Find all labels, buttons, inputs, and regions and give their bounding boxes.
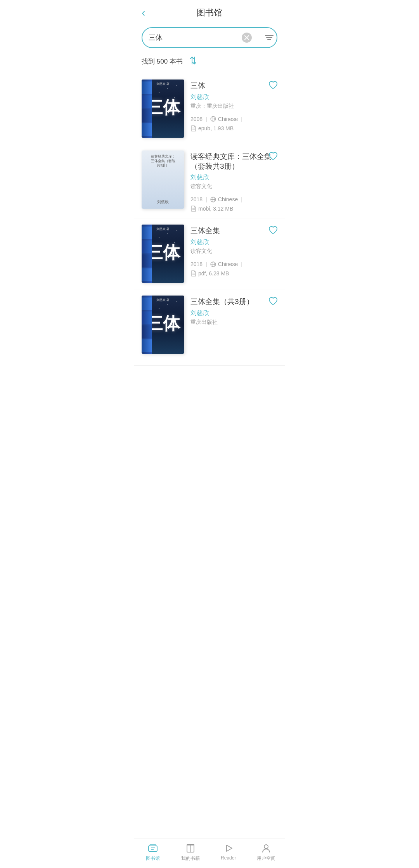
svg-rect-19 [149, 846, 157, 851]
nav-item-profile[interactable]: 用户空间 [253, 843, 280, 862]
file-svg [191, 206, 196, 212]
book-publisher: 重庆出版社 [190, 319, 277, 326]
favorite-button[interactable] [268, 225, 277, 237]
book-item[interactable]: 刘慈欣 著 三体 三体 刘慈欣 重庆 [134, 73, 285, 144]
meta-sep-1: | [206, 196, 207, 202]
book-year: 2018 [190, 261, 203, 267]
book-info: 三体 刘慈欣 重庆：重庆出版社 2008 | Ch [190, 80, 277, 131]
book-item[interactable]: 刘慈欣 著 三体 三体全集 刘慈欣 [134, 218, 285, 289]
file-svg [191, 125, 196, 131]
nav-item-reader[interactable]: Reader [215, 843, 242, 862]
book-title: 三体全集（共3册） [190, 297, 277, 307]
file-icon [190, 125, 197, 131]
heart-icon [268, 296, 277, 306]
cover-series-text: 读客经典文库：三体全集（套装共3册） [151, 154, 175, 168]
globe-svg [210, 197, 216, 202]
bottom-navigation: 图书馆 我的书籍 Reader 用户空间 [134, 839, 285, 868]
search-input-wrap [142, 28, 258, 47]
meta-sep-2: | [241, 116, 242, 122]
user-icon-svg [261, 843, 272, 854]
favorite-button[interactable] [268, 296, 277, 308]
search-box [142, 27, 277, 48]
book-author: 刘慈欣 [190, 238, 277, 246]
book-publisher: 读客文化 [190, 183, 277, 190]
book-title: 三体 [190, 81, 277, 91]
mybooks-nav-label: 我的书籍 [181, 855, 200, 862]
heart-icon [268, 151, 277, 161]
nav-item-library[interactable]: 图书馆 [139, 843, 166, 862]
book-meta: 2008 | Chinese | [190, 116, 277, 131]
book-author: 刘慈欣 [190, 173, 277, 182]
book-year: 2018 [190, 196, 203, 202]
book-format: mobi, 3.12 MB [190, 206, 233, 212]
book-title: 三体全集 [190, 226, 277, 236]
book-author: 刘慈欣 [190, 309, 277, 317]
book-meta: 2018 | Chinese | [190, 261, 277, 277]
cover-image: 刘慈欣 著 三体 [142, 296, 184, 354]
meta-sep-2: | [241, 196, 242, 202]
heart-icon [268, 80, 277, 90]
heart-icon [268, 225, 277, 235]
library-icon-svg [147, 843, 158, 854]
book-format: pdf, 6.28 MB [190, 270, 229, 277]
cover-author: 刘慈欣 著 [142, 82, 184, 86]
search-input[interactable] [149, 34, 239, 42]
mybooks-nav-icon [185, 843, 196, 854]
globe-svg [210, 261, 216, 267]
close-icon [244, 35, 249, 40]
meta-sep-1: | [206, 261, 207, 267]
favorite-button[interactable] [268, 151, 277, 163]
globe-icon [210, 196, 216, 202]
favorite-button[interactable] [268, 80, 277, 92]
book-title: 读客经典文库：三体全集（套装共3册） [190, 152, 277, 171]
cover-image: 读客经典文库：三体全集（套装共3册） 刘慈欣 [142, 150, 184, 209]
book-format: epub, 1.93 MB [190, 125, 234, 131]
book-item[interactable]: 读客经典文库：三体全集（套装共3册） 刘慈欣 读客经典文库：三体全集（套装共3册… [134, 144, 285, 218]
search-clear-button[interactable] [242, 33, 252, 43]
book-language: Chinese [210, 196, 238, 202]
sort-button[interactable] [187, 56, 197, 67]
cover-image: 刘慈欣 著 三体 [142, 80, 184, 138]
play-icon-svg [223, 843, 234, 854]
book-cover: 刘慈欣 著 三体 [142, 296, 184, 354]
book-list: 刘慈欣 著 三体 三体 刘慈欣 重庆 [134, 73, 285, 366]
cover-art: 刘慈欣 著 三体 [142, 225, 184, 283]
book-author: 刘慈欣 [190, 93, 277, 101]
back-button[interactable]: ‹ [142, 7, 145, 19]
book-publisher: 读客文化 [190, 248, 277, 255]
filter-icon [265, 35, 274, 40]
reader-nav-label: Reader [221, 855, 236, 861]
globe-icon [210, 261, 216, 267]
book-item[interactable]: 刘慈欣 著 三体 三体全集（共3册） 刘慈欣 [134, 289, 285, 366]
book-language: Chinese [210, 116, 238, 122]
book-publisher: 重庆：重庆出版社 [190, 103, 277, 110]
reader-nav-icon [223, 843, 234, 854]
cover-author-text: 刘慈欣 [157, 199, 169, 205]
nav-item-mybooks[interactable]: 我的书籍 [177, 843, 204, 862]
globe-icon [210, 116, 216, 122]
profile-nav-icon [261, 843, 272, 854]
results-count-row: 找到 500 本书 [134, 54, 285, 73]
svg-rect-20 [150, 845, 156, 846]
cover-author: 刘慈欣 著 [142, 298, 184, 302]
library-nav-label: 图书馆 [146, 855, 160, 862]
header: ‹ 图书馆 [134, 0, 285, 22]
results-count-text: 找到 500 本书 [142, 57, 183, 66]
cover-art: 刘慈欣 著 三体 [142, 296, 184, 354]
book-info: 读客经典文库：三体全集（套装共3册） 刘慈欣 读客文化 2018 | [190, 150, 277, 212]
search-bar-container [134, 22, 285, 54]
library-nav-icon [147, 843, 158, 854]
page-title: 图书馆 [197, 7, 222, 19]
meta-sep-1: | [206, 116, 207, 122]
book-icon-svg [185, 843, 196, 854]
svg-point-25 [264, 845, 268, 849]
svg-marker-24 [227, 845, 232, 851]
book-cover: 刘慈欣 著 三体 [142, 80, 184, 138]
filter-button[interactable] [258, 31, 277, 44]
book-info: 三体全集 刘慈欣 读客文化 2018 | Chin [190, 225, 277, 277]
file-icon [190, 206, 197, 212]
book-language: Chinese [210, 261, 238, 267]
book-year: 2008 [190, 116, 203, 122]
cover-art: 刘慈欣 著 三体 [142, 80, 184, 138]
cover-author: 刘慈欣 著 [142, 227, 184, 231]
